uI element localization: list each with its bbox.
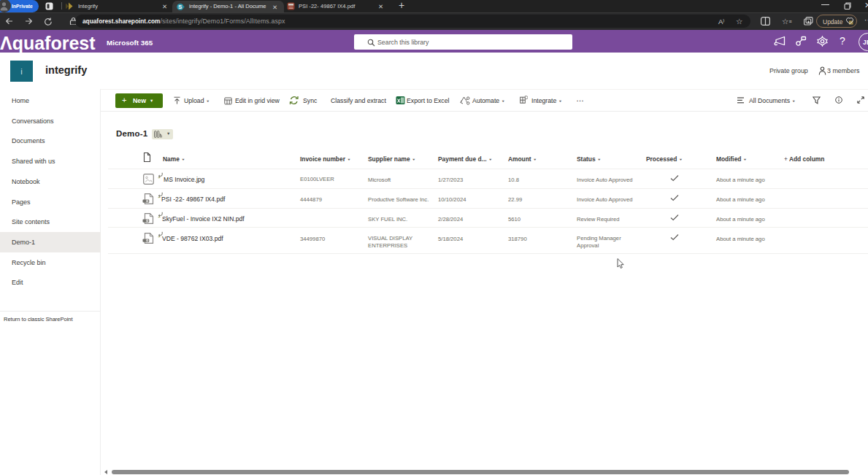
svg-text:S: S	[178, 4, 182, 10]
